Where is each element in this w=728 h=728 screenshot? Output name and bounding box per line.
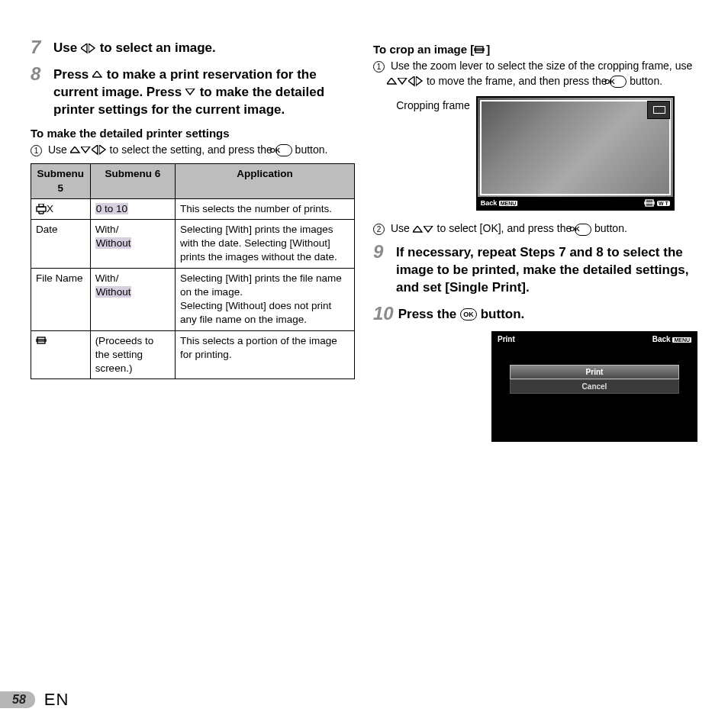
text: X	[47, 203, 53, 214]
down-arrow-icon	[424, 226, 434, 234]
text: With/	[95, 224, 119, 235]
settings-table: Submenu 5 Submenu 6 Application X 0 to 1…	[31, 163, 355, 379]
th-submenu5: Submenu 5	[31, 164, 91, 198]
text: Use	[48, 143, 70, 156]
crop-lcd-preview: Back MENU W T	[476, 96, 675, 211]
down-arrow-icon	[398, 78, 408, 85]
step-number: 9	[373, 243, 391, 261]
cell: This selects the number of prints.	[176, 198, 355, 219]
detailed-settings-body: 1 Use to select the setting, and press t…	[44, 143, 355, 158]
crop-frame-outline	[480, 100, 671, 195]
print-option-cancel: Cancel	[510, 379, 679, 394]
left-arrow-icon	[81, 43, 89, 54]
cell: With/Without	[90, 220, 175, 269]
lcd-back-label: Back MENU	[481, 199, 518, 207]
highlighted-text: Without	[95, 237, 132, 249]
step-8: 8 Press to make a print reservation for …	[31, 65, 355, 119]
down-arrow-icon	[81, 147, 92, 154]
circled-2-icon: 2	[373, 224, 385, 235]
right-arrow-icon	[89, 43, 96, 54]
table-row: X 0 to 10 This selects the number of pri…	[31, 198, 355, 219]
text: button.	[630, 75, 662, 87]
table-row: Date With/Without Selecting [With] print…	[31, 220, 355, 269]
detailed-settings-heading: To make the detailed printer settings	[31, 127, 355, 140]
text: Use	[391, 222, 413, 234]
text: to select [OK], and press the	[437, 222, 575, 234]
ok-button-icon: OK	[275, 144, 292, 156]
print-icon	[36, 204, 47, 214]
text: ]	[486, 43, 490, 56]
page-footer: 58 EN	[0, 690, 69, 710]
up-arrow-icon	[387, 78, 398, 85]
right-arrow-icon	[416, 76, 424, 87]
step-text: If necessary, repeat Steps 7 and 8 to se…	[396, 243, 697, 297]
step-text: Use to select an image.	[53, 38, 216, 57]
cell: Selecting [With] prints the file name on…	[176, 268, 355, 330]
step-number: 10	[373, 304, 394, 323]
cell: This selects a portion of the image for …	[176, 330, 355, 379]
cell: (Proceeds to the setting screen.)	[90, 330, 175, 379]
step-9: 9 If necessary, repeat Steps 7 and 8 to …	[373, 243, 697, 297]
crop-body-2: 2 Use to select [OK], and press the OK b…	[387, 221, 697, 237]
lcd-bottom-bar: Back MENU W T	[478, 197, 673, 209]
step-10: 10 Press the OK button.	[373, 304, 697, 324]
text: With/	[95, 272, 119, 284]
ok-button-icon: OK	[575, 224, 591, 236]
th-submenu6: Submenu 6	[90, 164, 175, 198]
up-arrow-icon	[70, 147, 81, 154]
down-arrow-icon	[185, 89, 196, 96]
crop-body-1: 1 Use the zoom lever to select the size …	[387, 59, 697, 89]
cell: With/Without	[90, 268, 175, 330]
circled-1-icon: 1	[373, 61, 385, 72]
left-arrow-icon	[92, 145, 99, 156]
table-row: File Name With/Without Selecting [With] …	[31, 268, 355, 330]
circled-1-icon: 1	[31, 145, 42, 156]
print-back: Back MENU	[652, 335, 691, 343]
text: to move the frame, and then press the	[427, 75, 610, 87]
text: Press the	[398, 307, 460, 321]
up-arrow-icon	[413, 226, 424, 234]
step-7: 7 Use to select an image.	[31, 38, 355, 57]
cropping-frame-label: Cropping frame	[396, 96, 470, 111]
left-arrow-icon	[408, 76, 416, 87]
cell: Date	[31, 220, 91, 269]
crop-icon	[474, 45, 486, 56]
highlighted-text: 0 to 10	[95, 203, 128, 214]
page-number: 58	[0, 691, 35, 708]
lcd-wt-label: W T	[644, 198, 669, 208]
text: Use the zoom lever to select the size of…	[391, 60, 692, 72]
text: Use	[53, 40, 81, 55]
ok-button-icon: OK	[610, 76, 627, 88]
language-code: EN	[44, 690, 69, 710]
menu-chip-icon: MENU	[499, 201, 518, 206]
text: Press	[53, 67, 92, 82]
cell: File Name	[31, 268, 91, 330]
th-application: Application	[176, 164, 355, 198]
text: To crop an image [	[373, 43, 474, 56]
text: to select an image.	[100, 40, 216, 55]
overlay-box-icon	[647, 101, 670, 119]
crop-icon	[36, 336, 48, 346]
menu-chip-icon: MENU	[672, 337, 691, 343]
print-title: Print	[498, 335, 515, 343]
table-row: (Proceeds to the setting screen.) This s…	[31, 330, 355, 379]
print-option-print: Print	[510, 365, 679, 379]
step-number: 7	[31, 38, 49, 56]
print-lcd-preview: Print Back MENU Print Cancel	[491, 331, 697, 442]
step-number: 8	[31, 65, 49, 83]
ok-button-icon: OK	[460, 308, 477, 321]
text: button.	[295, 143, 328, 156]
highlighted-text: Without	[95, 286, 132, 298]
text: to select the setting, and press the	[110, 143, 275, 156]
wt-chip-icon: W T	[657, 201, 670, 206]
crop-heading: To crop an image []	[373, 43, 697, 56]
crop-icon	[644, 198, 655, 208]
right-arrow-icon	[99, 145, 107, 156]
step-text: Press to make a print reservation for th…	[53, 65, 355, 119]
text: button.	[481, 307, 525, 321]
cell: 0 to 10	[90, 198, 175, 219]
up-arrow-icon	[92, 71, 103, 79]
step-text: Press the OK button.	[398, 304, 525, 324]
cell: Selecting [With] prints the images with …	[176, 220, 355, 269]
text: button.	[594, 222, 627, 234]
